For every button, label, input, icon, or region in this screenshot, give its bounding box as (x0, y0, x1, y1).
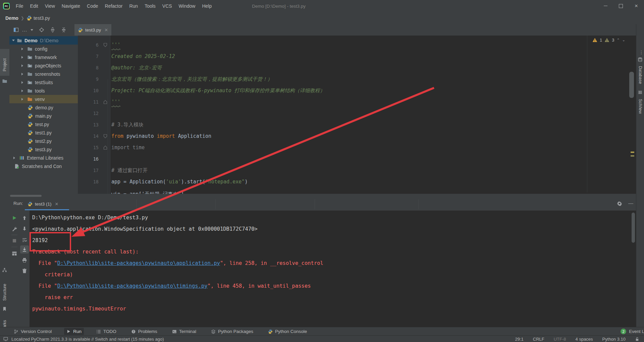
code-line-11[interactable]: 11 ''' (78, 96, 636, 108)
code-editor[interactable]: 6 ''' 7 Created on 2025-02-12 8 @author:… (78, 36, 636, 194)
tree-row-framework[interactable]: framework (9, 53, 78, 61)
tree-row-scratches[interactable]: Scratches and Con (9, 162, 78, 170)
horizontal-splitter[interactable] (9, 194, 636, 198)
expand-all-icon[interactable] (50, 27, 55, 33)
print-icon[interactable] (22, 258, 27, 263)
menu-navigate[interactable]: Navigate (58, 0, 84, 12)
code-line-10[interactable]: 10 Project: PC端自动化测试实战教程-6-pywinauto 打印和… (78, 85, 636, 96)
code-line-13[interactable]: 13 # 3.导入模块 (78, 119, 636, 130)
editor-tab-test3[interactable]: test3.py ✕ (74, 24, 111, 36)
minimize-button[interactable] (598, 0, 613, 12)
tree-row-pageobjects[interactable]: pageObjects (9, 61, 78, 70)
tree-row-demo-root[interactable]: Demo D:\Demo (9, 36, 78, 45)
tree-row-test-py[interactable]: test.py (9, 120, 78, 128)
rerun-icon[interactable] (12, 215, 17, 221)
next-problem-icon[interactable]: ⌄ (622, 38, 625, 42)
toolbar-run[interactable]: Run (64, 328, 84, 335)
caret-position[interactable]: 29:1 (515, 337, 523, 342)
fold-marker-icon[interactable] (103, 100, 107, 104)
chevron-right-icon[interactable] (21, 90, 24, 92)
tab-options-icon[interactable]: ⋮ (639, 50, 644, 55)
indent-setting[interactable]: 4 spaces (576, 337, 593, 342)
toolbar-terminal[interactable]: Terminal (170, 328, 199, 335)
tree-row-screenshots[interactable]: screenshots (9, 70, 78, 78)
maximize-button[interactable] (613, 0, 629, 12)
code-line-6[interactable]: 6 ''' (78, 39, 636, 51)
menu-run[interactable]: Run (126, 0, 141, 12)
close-button[interactable]: × (629, 0, 644, 12)
toolbar-python-console[interactable]: Python Console (266, 328, 309, 335)
run-config-wrench-icon[interactable] (12, 226, 17, 231)
fold-marker-icon[interactable] (103, 134, 107, 138)
menu-tools[interactable]: Tools (141, 0, 159, 12)
code-line-16[interactable]: 16 (78, 153, 636, 165)
menu-file[interactable]: File (12, 0, 27, 12)
project-hscrollbar[interactable] (10, 195, 42, 197)
sciview-icon[interactable] (638, 90, 643, 95)
menu-edit[interactable]: Edit (27, 0, 42, 12)
editor-scrollbar[interactable] (629, 72, 634, 98)
prev-problem-icon[interactable]: ⌃ (616, 38, 620, 42)
file-encoding[interactable]: UTF-8 (554, 337, 566, 342)
code-line-9[interactable]: 9 北京宏哥（微信搜索：北京宏哥，关注宏哥，提前解锁更多测试干货！） (78, 73, 636, 85)
inspection-widget[interactable]: 1 3 ⌃ ⌄ (592, 38, 625, 43)
toolbar-problems[interactable]: Problems (129, 328, 160, 335)
console-scrollbar[interactable] (632, 213, 635, 243)
chevron-right-icon[interactable] (21, 98, 24, 101)
tree-row-config[interactable]: config (9, 45, 78, 53)
warning-stripe-mark[interactable] (631, 152, 634, 153)
menu-vcs[interactable]: VCS (159, 0, 175, 12)
file-link[interactable]: D:\Python\lib\site-packages\pywinauto\ap… (57, 260, 220, 266)
fold-marker-icon[interactable] (103, 146, 107, 150)
code-line-12[interactable]: 12 (78, 108, 636, 119)
code-line-19-partial[interactable]: win = app['无标题-记事本'] (78, 188, 636, 194)
project-tab-label[interactable]: Project (2, 53, 7, 71)
project-view-ellipsis[interactable]: … (22, 27, 28, 33)
chevron-right-icon[interactable] (21, 73, 24, 75)
menu-code[interactable]: Code (84, 0, 101, 12)
code-line-7[interactable]: 7 Created on 2025-02-12 (78, 51, 636, 62)
code-line-14[interactable]: 14 from pywinauto import Application (78, 130, 636, 142)
tree-row-test2-py[interactable]: test2.py (9, 137, 78, 145)
menu-window[interactable]: Window (175, 0, 199, 12)
project-view-caret[interactable] (31, 29, 33, 32)
database-icon[interactable] (638, 57, 643, 62)
chevron-right-icon[interactable] (13, 157, 16, 159)
status-message[interactable]: Localized PyCharm 2021.3.3 is available … (11, 337, 164, 342)
toolbar-version-control[interactable]: Version Control (11, 328, 54, 335)
code-line-17[interactable]: 17 # 通过窗口打开 (78, 165, 636, 176)
tree-row-external-libraries[interactable]: External Libraries (9, 154, 78, 162)
file-link[interactable]: D:\Python\lib\site-packages\pywinauto\ti… (57, 283, 208, 289)
structure-icon[interactable] (2, 268, 7, 273)
tree-row-demo-py[interactable]: demo.py (9, 103, 78, 112)
structure-tab-label[interactable]: Structure (2, 279, 7, 301)
tree-row-venv[interactable]: venv (9, 95, 78, 103)
code-line-8[interactable]: 8 @author: 北京-宏哥 (78, 62, 636, 73)
tree-row-test3-py[interactable]: test3.py (9, 145, 78, 154)
run-console[interactable]: D:\Python\python.exe D:/Demo/test3.py <p… (30, 211, 636, 327)
scroll-to-end-icon[interactable] (22, 247, 27, 252)
tab-close-icon[interactable]: ✕ (104, 27, 108, 33)
warning-stripe-mark[interactable] (631, 155, 634, 157)
database-tab-label[interactable]: Database (638, 66, 643, 86)
toolbar-todo[interactable]: TODO (94, 328, 119, 335)
folder-icon[interactable] (2, 78, 7, 84)
tree-row-testsuits[interactable]: testSuits (9, 78, 78, 87)
run-tab-test3[interactable]: test3 (1) ✕ (25, 198, 61, 210)
hide-panel-icon[interactable]: — (628, 200, 633, 206)
restart-icon[interactable] (3, 337, 8, 341)
collapse-all-icon[interactable] (61, 27, 66, 33)
breadcrumb-project[interactable]: Demo (5, 15, 18, 21)
line-separator[interactable]: CRLF (533, 337, 544, 342)
menu-help[interactable]: Help (199, 0, 215, 12)
tree-row-main-py[interactable]: main.py (9, 112, 78, 120)
project-view-icon[interactable] (13, 27, 19, 33)
clear-all-icon[interactable] (22, 268, 27, 274)
tab-close-icon[interactable]: ✕ (55, 202, 59, 207)
down-stack-trace-icon[interactable] (22, 226, 27, 231)
chevron-right-icon[interactable] (21, 56, 24, 59)
lock-icon[interactable] (635, 337, 639, 341)
menu-refactor[interactable]: Refactor (102, 0, 126, 12)
sciview-tab-label[interactable]: SciView (638, 99, 643, 116)
locate-file-icon[interactable] (39, 27, 44, 33)
